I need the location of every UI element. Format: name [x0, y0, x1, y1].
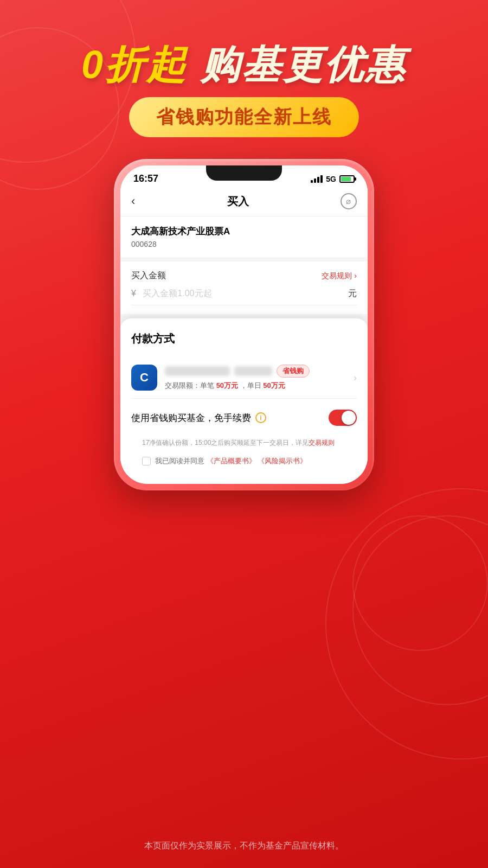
toggle-label-text: 使用省钱购买基金，免手续费 — [131, 412, 251, 424]
phone-notch — [206, 165, 282, 181]
info-icon-char: i — [260, 414, 261, 422]
amount-section: 买入金额 交易规则 › ¥ 买入金额1.00元起 元 — [120, 261, 368, 314]
note-link[interactable]: 交易规则 — [309, 439, 335, 446]
bank-info: 省钱购 交易限额：单笔 50万元 ，单日 50万元 — [165, 365, 354, 391]
limit-daily: 50万元 — [263, 381, 285, 390]
phone-inner: 16:57 5G ‹ 买入 — [120, 165, 368, 484]
payment-popup: 付款方式 C 省钱购 交易限额：单笔 50万元 — [120, 318, 368, 484]
risk-disclosure-link[interactable]: 《风险揭示书》 — [258, 457, 307, 465]
yen-symbol: ¥ — [131, 289, 136, 298]
headset-icon: ⌀ — [346, 196, 351, 206]
subtitle-banner: 省钱购功能全新上线 — [129, 97, 359, 137]
disclaimer-text: 本页面仅作为实景展示，不作为基金产品宣传材料。 — [144, 841, 344, 850]
battery-icon — [339, 175, 355, 183]
header-area: 0折起 购基更优惠 省钱购功能全新上线 — [0, 0, 488, 137]
bank-name-row: 省钱购 — [165, 365, 354, 378]
main-title-part1: 0折起 — [81, 43, 188, 86]
bank-suffix-blur — [234, 366, 272, 376]
fund-info-section: 大成高新技术产业股票A 000628 — [120, 216, 368, 257]
yuan-unit: 元 — [348, 288, 357, 299]
product-summary-link[interactable]: 《产品概要书》 — [207, 457, 256, 465]
toggle-row: 使用省钱购买基金，免手续费 i — [131, 399, 357, 431]
savings-badge: 省钱购 — [277, 365, 310, 378]
limit-prefix: 交易限额：单笔 — [165, 381, 214, 390]
note-content: 17净值确认份额，15:00之后购买顺延至下一交易日，详见交易规则 — [142, 439, 335, 446]
status-icons: 5G — [311, 175, 355, 183]
agree-checkbox[interactable] — [142, 457, 151, 465]
amount-label: 买入金额 — [131, 270, 166, 282]
limit-sep: ，单日 — [240, 381, 261, 390]
bottom-content: 17净值确认份额，15:00之后购买顺延至下一交易日，详见交易规则 我已阅读并同… — [131, 431, 357, 473]
main-title-part2: 购基更优惠 — [201, 43, 407, 86]
chevron-right-icon: › — [354, 372, 357, 384]
page-title: 买入 — [227, 194, 249, 209]
limit-single: 50万元 — [216, 381, 238, 390]
help-button[interactable]: ⌀ — [341, 193, 357, 209]
amount-header: 买入金额 交易规则 › — [131, 270, 357, 282]
main-title: 0折起 购基更优惠 — [0, 43, 488, 86]
toggle-label: 使用省钱购买基金，免手续费 i — [131, 412, 266, 424]
amount-placeholder: 买入金额1.00元起 — [143, 289, 211, 298]
fund-code: 000628 — [131, 240, 357, 248]
toggle-switch[interactable] — [329, 410, 357, 426]
trade-rules-link[interactable]: 交易规则 › — [322, 271, 357, 281]
nav-bar: ‹ 买入 ⌀ — [120, 188, 368, 216]
status-time: 16:57 — [133, 173, 158, 184]
fund-name: 大成高新技术产业股票A — [131, 225, 357, 238]
signal-bars-icon — [311, 175, 323, 183]
toggle-knob — [342, 411, 356, 425]
amount-input-row: ¥ 买入金额1.00元起 元 — [131, 288, 357, 305]
limit-text: 交易限额：单笔 50万元 ，单日 50万元 — [165, 381, 354, 391]
amount-input-left: ¥ 买入金额1.00元起 — [131, 288, 212, 299]
bank-logo: C — [131, 365, 157, 391]
back-button[interactable]: ‹ — [131, 194, 135, 208]
phone-mockup: 16:57 5G ‹ 买入 — [114, 159, 374, 490]
bank-row[interactable]: C 省钱购 交易限额：单笔 50万元 ，单日 50万元 — [131, 357, 357, 399]
bg-decoration-3 — [325, 488, 488, 760]
bank-logo-char: C — [140, 371, 149, 385]
phone-outer: 16:57 5G ‹ 买入 — [114, 159, 374, 490]
footer-disclaimer: 本页面仅作为实景展示，不作为基金产品宣传材料。 — [0, 840, 488, 852]
bank-name-blur — [165, 366, 230, 376]
bg-decoration-4 — [352, 515, 488, 705]
agree-text: 我已阅读并同意 《产品概要书》 《风险揭示书》 — [155, 456, 307, 467]
payment-title: 付款方式 — [131, 331, 357, 346]
subtitle-text: 省钱购功能全新上线 — [156, 106, 332, 127]
note-text: 17净值确认份额，15:00之后购买顺延至下一交易日，详见交易规则 — [142, 438, 346, 448]
agree-row: 我已阅读并同意 《产品概要书》 《风险揭示书》 — [142, 456, 346, 467]
info-icon[interactable]: i — [255, 412, 266, 423]
network-label: 5G — [326, 175, 336, 183]
agree-prefix: 我已阅读并同意 — [155, 457, 204, 465]
bg-decoration-5 — [352, 515, 488, 651]
